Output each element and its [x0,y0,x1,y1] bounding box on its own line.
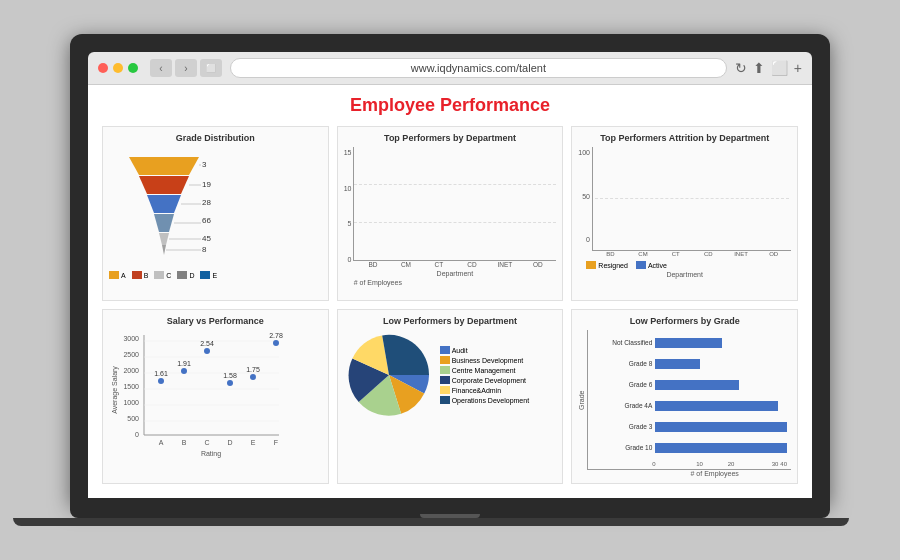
svg-text:8: 8 [202,245,207,254]
pie-svg [344,330,434,420]
legend-d: D [177,271,194,279]
grade-distribution-title: Grade Distribution [109,133,322,143]
screen-bezel: ‹ › ⬜ www.iqdynamics.com/talent ↻ ⬆ ⬜ + … [70,34,830,504]
screen-content: Employee Performance Grade Distribution [88,85,812,498]
audit-color [440,346,450,354]
centre-mgmt-color [440,366,450,374]
svg-text:A: A [159,439,164,446]
legend-color-e [200,271,210,279]
legend-audit: Audit [440,346,529,354]
svg-text:2000: 2000 [123,367,139,374]
salary-performance-chart: Salary vs Performance 0 500 1000 1500 20… [102,309,329,484]
label-grade6: Grade 6 [592,381,652,388]
svg-text:Rating: Rating [201,450,221,458]
url-bar[interactable]: www.iqdynamics.com/talent [230,58,727,78]
pie-legend: Audit Business Development Centre Manage… [440,346,529,404]
laptop-foot [13,518,849,526]
biz-dev-label: Business Development [452,357,524,364]
legend-c: C [154,271,171,279]
bar-grade8 [655,359,700,369]
hbar-grade4a: Grade 4A [592,401,787,411]
audit-label: Audit [452,347,468,354]
label-not-classified: Not Classified [592,339,652,346]
browser-bar: ‹ › ⬜ www.iqdynamics.com/talent ↻ ⬆ ⬜ + [88,52,812,85]
browser-actions: ↻ ⬆ ⬜ + [735,60,802,76]
legend-corp-dev: Corporate Development [440,376,529,384]
legend-label-e: E [212,272,217,279]
funnel-legend: A B C D [109,271,322,279]
grade-distribution-chart: Grade Distribution [102,126,329,301]
svg-text:2.78: 2.78 [269,332,283,339]
svg-point-45 [227,380,233,386]
svg-text:500: 500 [127,415,139,422]
close-button[interactable] [98,63,108,73]
resigned-color [586,261,596,269]
attrition-legend-active: Active [636,261,667,269]
traffic-lights [98,63,138,73]
view-button[interactable]: ⬜ [200,59,222,77]
active-label: Active [648,262,667,269]
low-performers-grade-chart: Low Performers by Grade Grade Not Classi… [571,309,798,484]
refresh-icon[interactable]: ↻ [735,60,747,76]
finance-color [440,386,450,394]
hbar-grade10: Grade 10 [592,443,787,453]
hbar-grade8: Grade 8 [592,359,787,369]
label-grade4a: Grade 4A [592,402,652,409]
share-icon[interactable]: ⬆ [753,60,765,76]
top-performers-attrition-title: Top Performers Attrition by Department [578,133,791,143]
low-performers-dept-chart: Low Performers by Department [337,309,564,484]
top-performers-dept-title: Top Performers by Department [344,133,557,143]
back-button[interactable]: ‹ [150,59,172,77]
laptop: ‹ › ⬜ www.iqdynamics.com/talent ↻ ⬆ ⬜ + … [70,34,830,526]
svg-text:45: 45 [202,234,211,243]
svg-point-47 [250,374,256,380]
bar-grade10 [655,443,787,453]
bar-grade3 [655,422,787,432]
legend-b: B [132,271,149,279]
legend-color-b [132,271,142,279]
svg-text:1000: 1000 [123,399,139,406]
low-performers-dept-title: Low Performers by Department [344,316,557,326]
svg-text:3: 3 [202,160,207,169]
label-grade3: Grade 3 [592,423,652,430]
svg-text:28: 28 [202,198,211,207]
funnel-svg: 3 19 28 66 45 8 [109,147,219,267]
svg-text:B: B [182,439,187,446]
svg-marker-4 [159,233,169,245]
svg-text:F: F [274,439,278,446]
bar-grade4a [655,401,778,411]
forward-button[interactable]: › [175,59,197,77]
svg-point-43 [204,348,210,354]
top-performers-attrition-chart: Top Performers Attrition by Department 1… [571,126,798,301]
svg-text:19: 19 [202,180,211,189]
svg-text:1.75: 1.75 [246,366,260,373]
minimize-button[interactable] [113,63,123,73]
legend-label-a: A [121,272,126,279]
centre-mgmt-label: Centre Management [452,367,516,374]
bar-grade6 [655,380,739,390]
active-color [636,261,646,269]
svg-text:2.54: 2.54 [200,340,214,347]
top-performers-x-label: Department [353,270,556,277]
top-performers-dept-chart: Top Performers by Department 15 10 5 0 [337,126,564,301]
legend-e: E [200,271,217,279]
attrition-legend-resigned: Resigned [586,261,628,269]
legend-color-c [154,271,164,279]
legend-label-b: B [144,272,149,279]
svg-text:2500: 2500 [123,351,139,358]
add-tab-icon[interactable]: + [794,60,802,76]
tab-icon[interactable]: ⬜ [771,60,788,76]
label-grade10: Grade 10 [592,444,652,451]
svg-text:C: C [204,439,209,446]
legend-label-d: D [189,272,194,279]
maximize-button[interactable] [128,63,138,73]
ops-dev-label: Operations Development [452,397,529,404]
svg-marker-3 [154,214,174,232]
legend-label-c: C [166,272,171,279]
bar-not-classified [655,338,721,348]
svg-text:3000: 3000 [123,335,139,342]
salary-performance-title: Salary vs Performance [109,316,322,326]
svg-text:E: E [251,439,256,446]
svg-text:1.58: 1.58 [223,372,237,379]
hbar-grade6: Grade 6 [592,380,787,390]
